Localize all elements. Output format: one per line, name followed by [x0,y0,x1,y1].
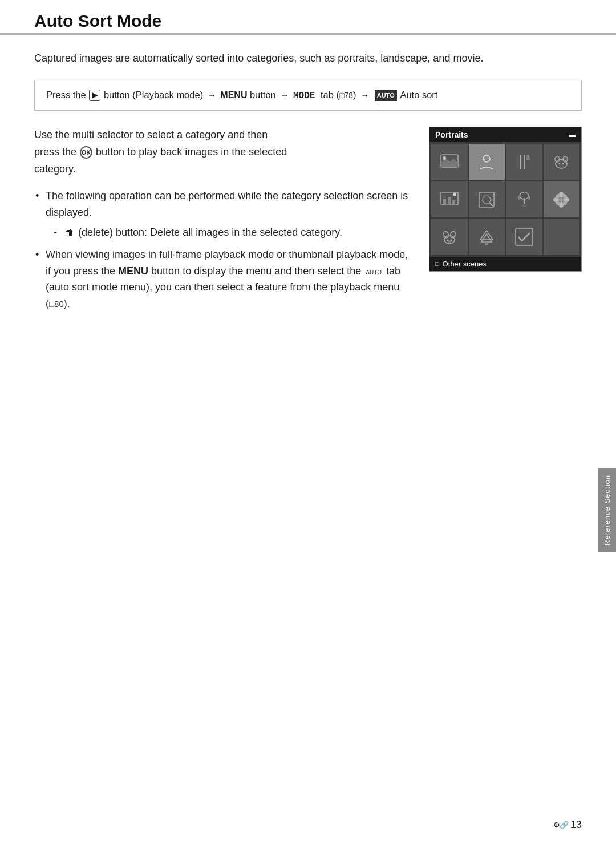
thumb-cell-2-4 [544,181,580,218]
thumb-cell-1-4 [544,144,580,180]
svg-rect-15 [448,197,451,205]
thumb-icon-check [514,227,534,247]
use-text-line3: category. [34,163,76,175]
thumb-icon-flower [552,190,571,209]
use-text-line2-suffix: button to play back images in the select… [96,146,287,158]
camera-screen-header: Portraits ▬ [429,127,581,142]
page-number: 13 [570,819,582,831]
thumb-cell-2-3 [506,181,542,218]
svg-point-1 [443,156,446,160]
thumb-cell-3-1 [431,219,468,255]
menu-label: button [250,90,278,100]
camera-screen-column: Portraits ▬ [429,127,582,272]
page-container: Auto Sort Mode Captured images are autom… [0,0,616,848]
camera-screen: Portraits ▬ [429,127,582,272]
other-scenes-icon: □ [435,260,439,267]
svg-point-36 [450,240,452,241]
page-ref: □78 [339,91,353,100]
arrow2: → [280,90,289,100]
camera-screen-header-icon: ▬ [569,131,576,139]
instruction-prefix: Press the [46,90,86,100]
page-title: Auto Sort Mode [34,11,582,34]
thumb-cell-3-2 [469,219,505,255]
ok-button-icon: OK [80,146,92,159]
menu-button-label: MENU [220,90,250,100]
camera-screen-title: Portraits [435,130,468,139]
bullet-list: The following operation can be performed… [34,188,412,312]
svg-rect-16 [452,200,455,205]
thumb-icon-plant [514,190,534,209]
thumb-icon-dog [440,227,459,247]
thumb-icon-food [514,152,534,172]
auto-label: Auto sort [400,90,437,100]
svg-point-2 [483,155,490,162]
thumb-icon-closeup [477,190,496,209]
svg-point-22 [521,204,527,207]
intro-paragraph: Captured images are automatically sorted… [34,50,582,67]
delete-icon: 🗑 [65,225,74,240]
thumb-icon-animal [552,152,571,172]
svg-point-17 [453,193,456,196]
svg-point-12 [562,163,564,165]
content-area: Captured images are automatically sorted… [0,50,616,318]
bullet-2-text: When viewing images in full-frame playba… [46,249,408,309]
thumb-cell-3-4 [544,219,580,255]
svg-point-19 [483,196,491,204]
top-border [0,33,616,35]
playback-label: button (Playback mode) [104,90,206,100]
ref-section-label: Reference Section [603,475,611,546]
thumb-cell-3-3 [506,219,542,255]
use-text-line2-prefix: press the [34,146,76,158]
page-number-area: ⚙🔗 13 [553,819,582,831]
camera-thumbnail-grid [429,142,581,257]
bullet-1-text: The following operation can be performed… [46,190,408,218]
thumb-cell-1-3 [506,144,542,180]
playback-button-icon: ▶ [89,90,100,101]
mode-button-label: MODE [293,91,321,101]
text-column: Use the multi selector to select a categ… [34,127,412,318]
bullet-item-1: The following operation can be performed… [34,188,412,240]
svg-rect-38 [485,242,488,245]
title-area: Auto Sort Mode [0,0,616,45]
other-scenes-label: Other scenes [443,260,487,268]
thumb-cell-2-2 [469,181,505,218]
svg-point-11 [559,163,561,165]
tab-label: tab ( [321,90,339,100]
svg-point-37 [448,241,451,243]
thumb-cell-1-1 [431,144,468,180]
thumb-icon-tree [477,227,496,247]
sub-bullet-list: 🗑 (delete) button: Delete all images in … [51,224,412,241]
sub-bullet-item-1: 🗑 (delete) button: Delete all images in … [51,224,412,241]
use-text: Use the multi selector to select a categ… [34,127,412,177]
use-text-line1: Use the multi selector to select a categ… [34,129,268,140]
camera-screen-footer: □ Other scenes [429,257,581,271]
thumb-icon-portrait [477,152,496,172]
thumb-cell-2-1 [431,181,468,218]
svg-rect-14 [443,199,446,205]
reference-section-tab: Reference Section [598,468,616,552]
arrow3: → [360,90,369,100]
page-num-icon: ⚙🔗 [553,821,568,829]
thumb-cell-1-2 [469,144,505,180]
arrow1: → [208,90,216,100]
svg-point-23 [559,197,564,202]
auto-badge: AUTO [375,90,397,102]
svg-point-8 [556,159,567,168]
thumb-icon-night [440,190,459,209]
instruction-box: Press the ▶ button (Playback mode) → MEN… [34,80,582,111]
svg-point-35 [447,240,448,241]
svg-point-34 [449,231,456,239]
sub-bullet-1-text: (delete) button: Delete all images in th… [78,227,342,238]
two-col-section: Use the multi selector to select a categ… [34,127,582,318]
svg-line-20 [489,203,493,206]
bullet-item-2: When viewing images in full-frame playba… [34,247,412,312]
thumb-icon-landscape [440,152,459,172]
svg-point-33 [443,231,449,239]
svg-rect-39 [516,228,533,245]
